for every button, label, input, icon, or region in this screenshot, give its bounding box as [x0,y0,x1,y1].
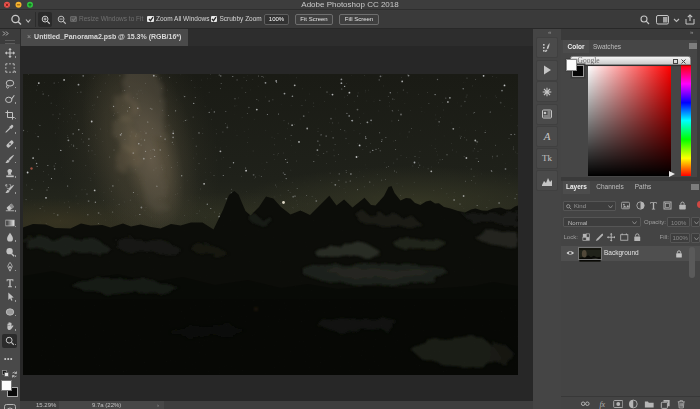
svg-text:A: A [543,130,551,142]
svg-text:fx: fx [599,399,605,408]
svg-text:Tk: Tk [542,153,552,163]
